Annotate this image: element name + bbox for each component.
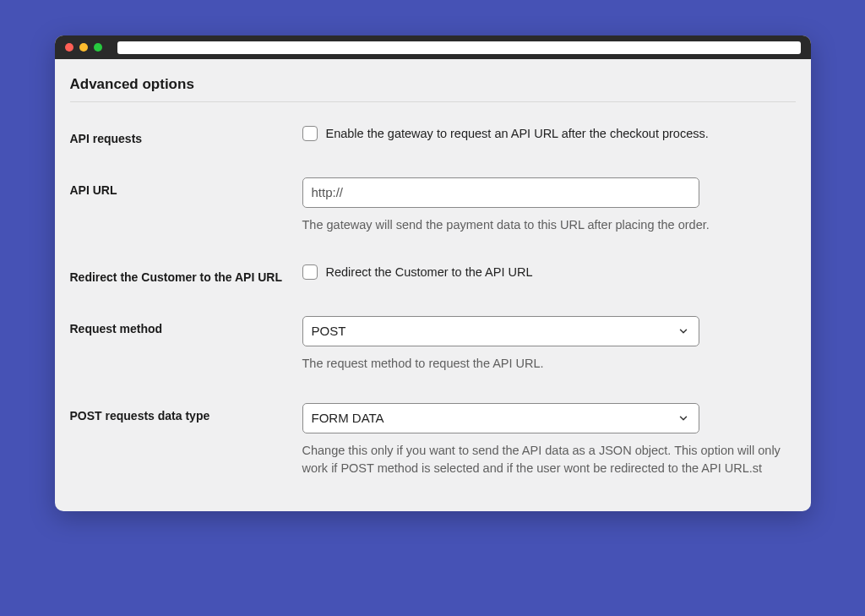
window-titlebar — [55, 35, 811, 59]
redirect-checkbox-wrap[interactable]: Redirect the Customer to the API URL — [302, 264, 796, 280]
section-title: Advanced options — [70, 76, 796, 102]
api-url-label: API URL — [70, 177, 302, 199]
address-bar[interactable] — [117, 41, 801, 54]
api-requests-label: API requests — [70, 126, 302, 147]
redirect-label: Redirect the Customer to the API URL — [70, 264, 302, 286]
app-window: Advanced options API requests Enable the… — [55, 35, 811, 511]
api-url-input[interactable] — [302, 177, 699, 208]
minimize-window-button[interactable] — [79, 43, 88, 52]
field-redirect: Redirect the Customer to the API URL Red… — [70, 264, 796, 286]
field-request-method: Request method POST The request method t… — [70, 316, 796, 373]
api-requests-checkbox[interactable] — [302, 126, 318, 141]
settings-panel: Advanced options API requests Enable the… — [55, 59, 811, 511]
redirect-checkbox[interactable] — [302, 264, 318, 280]
request-method-label: Request method — [70, 316, 302, 337]
post-data-type-select[interactable]: FORM DATA — [302, 403, 699, 433]
close-window-button[interactable] — [65, 43, 73, 52]
request-method-help: The request method to request the API UR… — [302, 355, 792, 373]
field-api-url: API URL The gateway will send the paymen… — [70, 177, 796, 234]
api-requests-checkbox-label: Enable the gateway to request an API URL… — [326, 127, 709, 140]
window-controls — [65, 43, 102, 52]
request-method-select[interactable]: POST — [302, 316, 699, 346]
api-requests-checkbox-wrap[interactable]: Enable the gateway to request an API URL… — [302, 126, 796, 141]
maximize-window-button[interactable] — [94, 43, 102, 52]
post-data-type-help: Change this only if you want to send the… — [302, 442, 792, 477]
redirect-checkbox-label: Redirect the Customer to the API URL — [326, 265, 533, 279]
field-post-data-type: POST requests data type FORM DATA Change… — [70, 403, 796, 477]
api-url-help: The gateway will send the payment data t… — [302, 216, 792, 234]
post-data-type-label: POST requests data type — [70, 403, 302, 424]
field-api-requests: API requests Enable the gateway to reque… — [70, 126, 796, 147]
